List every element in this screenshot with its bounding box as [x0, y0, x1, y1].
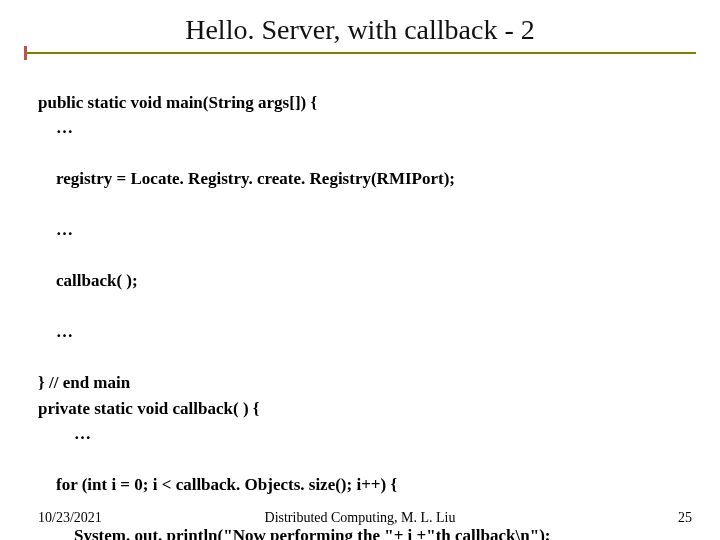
code-line: … [38, 115, 682, 141]
code-line: for (int i = 0; i < callback. Objects. s… [38, 472, 682, 498]
footer-center: Distributed Computing, M. L. Liu [0, 510, 720, 526]
code-line: callback( ); [38, 268, 682, 294]
slide-title: Hello. Server, with callback - 2 [0, 14, 720, 46]
footer-page-number: 25 [678, 510, 692, 526]
code-block: public static void main(String args[]) {… [38, 64, 682, 540]
code-line: … [38, 421, 682, 447]
code-line: … [38, 319, 682, 345]
title-rule [24, 52, 696, 54]
code-line: private static void callback( ) { [38, 399, 260, 418]
rule-tick-icon [24, 46, 27, 60]
code-line: } // end main [38, 373, 130, 392]
code-line: registry = Locate. Registry. create. Reg… [38, 166, 682, 192]
horizontal-rule [24, 52, 696, 54]
code-line: … [38, 217, 682, 243]
code-line: public static void main(String args[]) { [38, 93, 317, 112]
